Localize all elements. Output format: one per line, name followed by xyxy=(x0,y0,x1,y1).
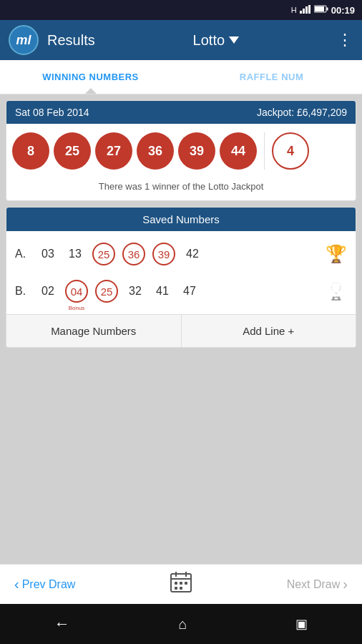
line-a-num-3: 25 xyxy=(92,243,115,265)
svg-rect-13 xyxy=(185,582,187,585)
tab-raffle-numbers[interactable]: RAFFLE NUM xyxy=(181,60,362,94)
logo-text: ml xyxy=(16,33,31,48)
line-a-num-5: 39 xyxy=(152,243,175,265)
battery-icon xyxy=(314,5,328,15)
saved-line-b: B. 02 04 Bonus 25 32 41 47 🏆 xyxy=(6,274,356,308)
line-b-label: B. xyxy=(15,285,32,298)
line-a-num-2: 13 xyxy=(65,248,85,260)
line-a-num-6: 42 xyxy=(182,248,202,260)
next-draw-button[interactable]: Next Draw › xyxy=(287,576,348,592)
prev-chevron-icon: ‹ xyxy=(14,576,19,592)
winner-text: There was 1 winner of the Lotto Jackpot xyxy=(6,178,356,200)
trophy-silver-icon: 🏆 xyxy=(326,281,347,301)
line-b-num-1: 02 xyxy=(38,285,58,298)
android-recent-icon[interactable]: ▣ xyxy=(295,616,308,632)
next-chevron-icon: › xyxy=(343,576,348,592)
svg-rect-14 xyxy=(175,587,177,590)
result-header: Sat 08 Feb 2014 Jackpot: £6,497,209 xyxy=(6,101,356,124)
line-b-num-6: 47 xyxy=(180,285,200,298)
ball-3: 27 xyxy=(95,132,132,170)
status-bar: H 00:19 xyxy=(0,0,362,20)
svg-rect-1 xyxy=(303,9,305,14)
jackpot-amount: Jackpot: £6,497,209 xyxy=(257,107,347,118)
svg-rect-6 xyxy=(315,6,324,11)
header: ml Results Lotto ⋮ xyxy=(0,20,362,60)
line-b-num-2: 04 Bonus xyxy=(65,280,88,303)
svg-rect-0 xyxy=(300,11,302,14)
result-card: Sat 08 Feb 2014 Jackpot: £6,497,209 8 25… xyxy=(6,100,356,201)
svg-rect-11 xyxy=(175,582,177,585)
line-b-num-5: 41 xyxy=(152,285,172,298)
tabs: WINNING NUMBERS RAFFLE NUM xyxy=(0,60,362,94)
line-b-numbers: 02 04 Bonus 25 32 41 47 xyxy=(38,280,320,303)
line-b-num-3: 25 xyxy=(95,280,118,303)
line-a-num-4: 36 xyxy=(122,243,145,265)
line-b-num-4: 32 xyxy=(125,285,145,298)
svg-rect-5 xyxy=(326,8,328,11)
main-balls: 8 25 27 36 39 44 xyxy=(12,132,257,170)
action-row: Manage Numbers Add Line + xyxy=(6,314,356,347)
status-time: 00:19 xyxy=(331,5,355,16)
svg-rect-15 xyxy=(180,587,182,590)
line-a-label: A. xyxy=(15,248,32,260)
ball-4: 36 xyxy=(137,132,174,170)
balls-row: 8 25 27 36 39 44 4 xyxy=(6,124,356,178)
saved-lines: A. 03 13 25 36 39 42 🏆 B. 02 04 xyxy=(6,231,356,314)
android-nav: ← ⌂ ▣ xyxy=(0,604,362,644)
ball-divider xyxy=(264,132,265,170)
ball-6: 44 xyxy=(220,132,257,170)
saved-line-a: A. 03 13 25 36 39 42 🏆 xyxy=(6,237,356,271)
trophy-gold-icon: 🏆 xyxy=(326,244,347,264)
tab-raffle-numbers-label: RAFFLE NUM xyxy=(240,72,304,82)
ball-1: 8 xyxy=(12,132,49,170)
svg-rect-2 xyxy=(305,6,308,14)
header-title: Results xyxy=(47,32,95,49)
prev-draw-button[interactable]: ‹ Prev Draw xyxy=(14,576,75,592)
status-icons: H 00:19 xyxy=(291,5,355,16)
manage-numbers-button[interactable]: Manage Numbers xyxy=(6,315,182,347)
tab-winning-numbers-label: WINNING NUMBERS xyxy=(42,72,139,82)
overflow-menu-icon[interactable]: ⋮ xyxy=(337,31,353,49)
android-home-icon[interactable]: ⌂ xyxy=(178,616,187,633)
prev-draw-label: Prev Draw xyxy=(22,578,76,591)
next-draw-label: Next Draw xyxy=(287,578,341,591)
grey-fill-area xyxy=(6,353,356,454)
saved-numbers-card: Saved Numbers A. 03 13 25 36 39 42 🏆 B. xyxy=(6,207,356,348)
line-a-numbers: 03 13 25 36 39 42 xyxy=(38,243,320,265)
svg-rect-12 xyxy=(180,582,182,585)
calendar-button[interactable] xyxy=(170,570,192,598)
svg-rect-3 xyxy=(308,5,310,14)
ball-5: 39 xyxy=(178,132,215,170)
signal-bars-icon xyxy=(300,5,311,16)
draw-date: Sat 08 Feb 2014 xyxy=(15,107,89,118)
dropdown-label: Lotto xyxy=(193,32,225,49)
signal-icon: H xyxy=(291,6,297,14)
tab-winning-numbers[interactable]: WINNING NUMBERS xyxy=(0,60,181,94)
lotto-dropdown[interactable]: Lotto xyxy=(104,32,328,49)
dropdown-arrow-icon xyxy=(229,36,239,44)
saved-numbers-header: Saved Numbers xyxy=(6,208,356,231)
app-logo: ml xyxy=(9,25,39,55)
ball-2: 25 xyxy=(54,132,91,170)
bonus-ball: 4 xyxy=(272,132,309,170)
android-back-icon[interactable]: ← xyxy=(54,615,70,633)
add-line-button[interactable]: Add Line + xyxy=(182,315,356,347)
bottom-nav: ‹ Prev Draw Next Draw › xyxy=(0,564,362,604)
main-content: Sat 08 Feb 2014 Jackpot: £6,497,209 8 25… xyxy=(0,94,362,459)
bonus-label-text: Bonus xyxy=(69,305,85,311)
line-a-num-1: 03 xyxy=(38,248,58,260)
